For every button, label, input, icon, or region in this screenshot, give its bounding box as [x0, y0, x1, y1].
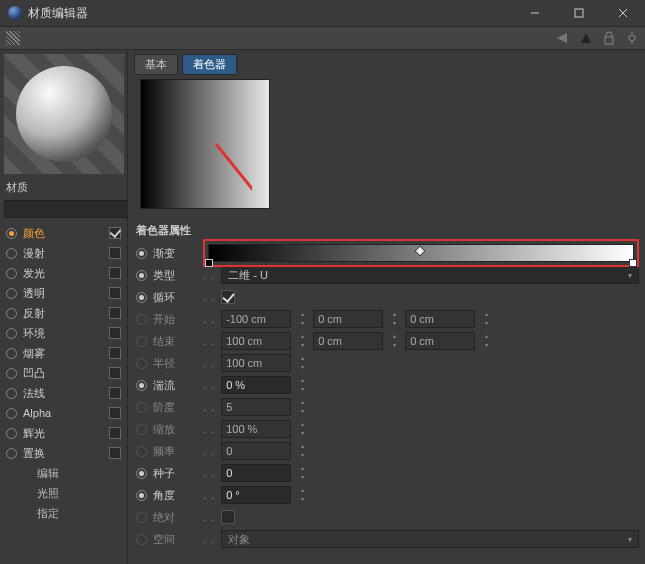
- spinner-icon[interactable]: ▴▾: [297, 442, 307, 460]
- seed-field[interactable]: 0: [221, 464, 291, 482]
- frequency-field[interactable]: 0: [221, 442, 291, 460]
- start-z[interactable]: 0 cm: [405, 310, 475, 328]
- sub-item-光照[interactable]: 光照: [0, 483, 127, 503]
- tab-着色器[interactable]: 着色器: [182, 54, 237, 75]
- radio-icon: [136, 446, 147, 457]
- svg-rect-6: [605, 37, 613, 44]
- radio-icon[interactable]: [136, 380, 147, 391]
- grip-icon[interactable]: [6, 31, 20, 45]
- channel-checkbox[interactable]: [109, 367, 121, 379]
- tab-基本[interactable]: 基本: [134, 54, 178, 75]
- radio-icon[interactable]: [6, 388, 17, 399]
- prop-label: 阶度: [153, 400, 197, 415]
- radio-icon[interactable]: [6, 428, 17, 439]
- channel-checkbox[interactable]: [109, 407, 121, 419]
- radio-icon[interactable]: [6, 248, 17, 259]
- channel-烟雾[interactable]: 烟雾: [0, 343, 127, 363]
- radio-icon[interactable]: [6, 308, 17, 319]
- spinner-icon[interactable]: ▴▾: [297, 376, 307, 394]
- prop-label: 半径: [153, 356, 197, 371]
- radio-icon[interactable]: [6, 408, 17, 419]
- radio-icon[interactable]: [6, 288, 17, 299]
- channel-漫射[interactable]: 漫射: [0, 243, 127, 263]
- cycle-checkbox[interactable]: [221, 290, 235, 304]
- channel-checkbox[interactable]: [109, 227, 121, 239]
- gradient-stop-right[interactable]: [629, 259, 637, 267]
- spinner-icon[interactable]: ▴▾: [297, 398, 307, 416]
- end-x[interactable]: 100 cm: [221, 332, 291, 350]
- channel-法线[interactable]: 法线: [0, 383, 127, 403]
- channel-凹凸[interactable]: 凹凸: [0, 363, 127, 383]
- channel-checkbox[interactable]: [109, 347, 121, 359]
- channel-checkbox[interactable]: [109, 427, 121, 439]
- close-button[interactable]: [601, 0, 645, 26]
- radio-icon[interactable]: [136, 248, 147, 259]
- radio-icon[interactable]: [6, 348, 17, 359]
- radio-icon[interactable]: [6, 328, 17, 339]
- prop-label: 种子: [153, 466, 197, 481]
- radio-icon[interactable]: [6, 368, 17, 379]
- channel-label: 发光: [23, 266, 103, 281]
- channel-checkbox[interactable]: [109, 307, 121, 319]
- channel-辉光[interactable]: 辉光: [0, 423, 127, 443]
- channel-label: Alpha: [23, 407, 103, 419]
- radio-icon[interactable]: [6, 268, 17, 279]
- angle-field[interactable]: 0 °: [221, 486, 291, 504]
- radio-icon[interactable]: [136, 490, 147, 501]
- maximize-button[interactable]: [557, 0, 601, 26]
- nav-up-icon[interactable]: [579, 31, 593, 45]
- spinner-icon[interactable]: ▴▾: [389, 310, 399, 328]
- channel-checkbox[interactable]: [109, 287, 121, 299]
- end-y[interactable]: 0 cm: [313, 332, 383, 350]
- radio-icon[interactable]: [136, 292, 147, 303]
- sub-item-编辑[interactable]: 编辑: [0, 463, 127, 483]
- channel-checkbox[interactable]: [109, 247, 121, 259]
- prop-end: 结束. . 100 cm▴▾ 0 cm▴▾ 0 cm▴▾: [134, 330, 639, 352]
- channel-反射[interactable]: 反射: [0, 303, 127, 323]
- turbulence-field[interactable]: 0 %: [221, 376, 291, 394]
- radius-field[interactable]: 100 cm: [221, 354, 291, 372]
- settings-icon[interactable]: [625, 31, 639, 45]
- channel-checkbox[interactable]: [109, 447, 121, 459]
- lock-icon[interactable]: [603, 31, 615, 45]
- channel-checkbox[interactable]: [109, 327, 121, 339]
- start-y[interactable]: 0 cm: [313, 310, 383, 328]
- channel-Alpha[interactable]: Alpha: [0, 403, 127, 423]
- channel-颜色[interactable]: 颜色: [0, 223, 127, 243]
- spinner-icon[interactable]: ▴▾: [389, 332, 399, 350]
- channel-checkbox[interactable]: [109, 267, 121, 279]
- radio-icon[interactable]: [136, 468, 147, 479]
- space-value: 对象: [228, 532, 250, 547]
- sub-item-指定[interactable]: 指定: [0, 503, 127, 523]
- material-preview[interactable]: [4, 54, 124, 174]
- gradient-midpoint-handle[interactable]: [414, 245, 425, 256]
- gradient-stop-left[interactable]: [205, 259, 213, 267]
- scale-field[interactable]: 100 %: [221, 420, 291, 438]
- channel-label: 颜色: [23, 226, 103, 241]
- spinner-icon[interactable]: ▴▾: [297, 332, 307, 350]
- preview-sphere: [16, 66, 112, 162]
- radio-icon[interactable]: [6, 448, 17, 459]
- start-x[interactable]: -100 cm: [221, 310, 291, 328]
- radio-icon[interactable]: [136, 270, 147, 281]
- spinner-icon[interactable]: ▴▾: [297, 464, 307, 482]
- channel-checkbox[interactable]: [109, 387, 121, 399]
- nav-back-icon[interactable]: [555, 31, 569, 45]
- spinner-icon[interactable]: ▴▾: [297, 310, 307, 328]
- channel-透明[interactable]: 透明: [0, 283, 127, 303]
- channel-置换[interactable]: 置换: [0, 443, 127, 463]
- channel-环境[interactable]: 环境: [0, 323, 127, 343]
- spinner-icon[interactable]: ▴▾: [297, 420, 307, 438]
- type-select[interactable]: 二维 - U▾: [221, 266, 639, 284]
- gradient-preview[interactable]: [140, 79, 270, 209]
- end-z[interactable]: 0 cm: [405, 332, 475, 350]
- spinner-icon[interactable]: ▴▾: [481, 310, 491, 328]
- gradient-bar[interactable]: [208, 244, 634, 262]
- spinner-icon[interactable]: ▴▾: [481, 332, 491, 350]
- octaves-field[interactable]: 5: [221, 398, 291, 416]
- minimize-button[interactable]: [513, 0, 557, 26]
- spinner-icon[interactable]: ▴▾: [297, 354, 307, 372]
- radio-icon[interactable]: [6, 228, 17, 239]
- spinner-icon[interactable]: ▴▾: [297, 486, 307, 504]
- channel-发光[interactable]: 发光: [0, 263, 127, 283]
